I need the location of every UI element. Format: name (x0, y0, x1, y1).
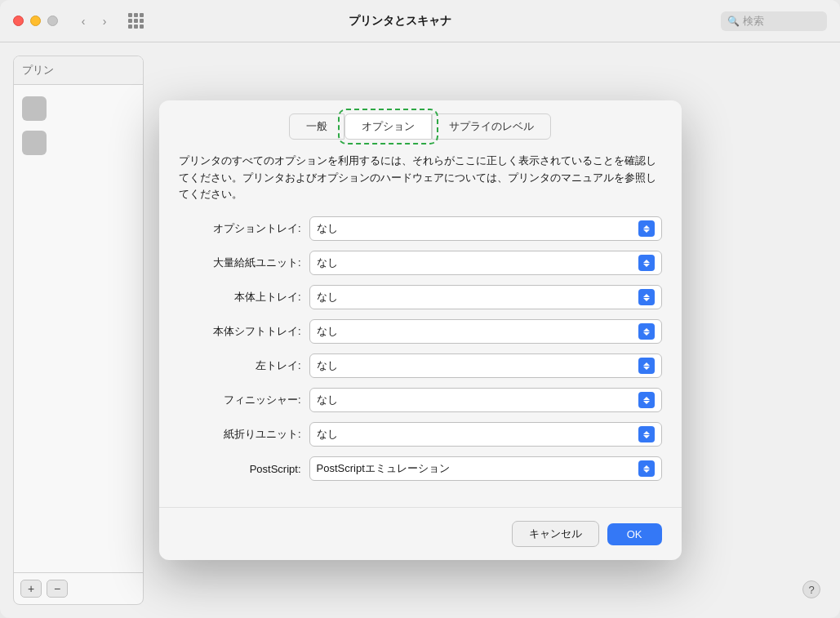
printer-options-dialog: 一般 オプション サプライのレベル プリンタのすべてのオプションを利用するには、… (159, 100, 682, 560)
stepper-shift-tray[interactable] (638, 323, 655, 340)
arrow-down-icon (643, 264, 650, 267)
arrow-down-icon (643, 332, 650, 336)
select-left-tray[interactable]: なし (309, 353, 662, 378)
stepper-option-tray[interactable] (638, 220, 655, 237)
arrow-up-icon (643, 465, 650, 469)
select-fold-unit[interactable]: なし (309, 422, 662, 447)
arrow-up-icon (643, 362, 650, 366)
select-bulk-feed[interactable]: なし (309, 251, 662, 275)
options-form: オプショントレイ: なし 大量給紙ユニット: なし (159, 216, 682, 507)
search-placeholder: 検索 (743, 14, 764, 29)
tab-options-wrapper: オプション (344, 113, 432, 140)
arrow-down-icon (643, 229, 650, 233)
select-postscript[interactable]: PostScriptエミュレーション (309, 456, 662, 481)
select-value-top-tray: なし (317, 290, 338, 305)
tab-bar: 一般 オプション サプライのレベル (159, 100, 682, 140)
arrow-down-icon (643, 435, 650, 438)
form-row-option-tray: オプショントレイ: なし (179, 216, 662, 241)
dialog-footer: キャンセル OK (159, 507, 682, 560)
label-left-tray: 左トレイ: (179, 358, 309, 373)
minimize-button[interactable] (30, 16, 41, 26)
arrow-down-icon (643, 367, 650, 370)
window-title: プリンタとスキャナ (89, 14, 711, 29)
label-shift-tray: 本体シフトトレイ: (179, 324, 309, 339)
arrow-down-icon (643, 298, 650, 301)
select-finisher[interactable]: なし (309, 388, 662, 412)
ok-button[interactable]: OK (607, 523, 662, 545)
stepper-left-tray[interactable] (638, 358, 655, 374)
stepper-finisher[interactable] (638, 392, 655, 408)
tab-supply[interactable]: サプライのレベル (432, 113, 551, 140)
traffic-lights (13, 16, 58, 26)
dialog-description: プリンタのすべてのオプションを利用するには、それらがここに正しく表示されているこ… (159, 146, 682, 216)
stepper-postscript[interactable] (638, 460, 655, 477)
select-shift-tray[interactable]: なし (309, 319, 662, 344)
form-row-bulk-feed: 大量給紙ユニット: なし (179, 251, 662, 275)
maximize-button[interactable] (47, 16, 58, 26)
stepper-fold-unit[interactable] (638, 426, 655, 442)
label-option-tray: オプショントレイ: (179, 221, 309, 236)
form-row-shift-tray: 本体シフトトレイ: なし (179, 319, 662, 344)
select-value-finisher: なし (317, 393, 338, 407)
select-value-postscript: PostScriptエミュレーション (317, 461, 450, 476)
window: ‹ › プリンタとスキャナ 🔍 検索 プリン (0, 0, 840, 618)
search-box[interactable]: 🔍 検索 (721, 11, 827, 31)
arrow-up-icon (643, 225, 650, 229)
arrow-up-icon (643, 431, 650, 434)
search-icon: 🔍 (727, 16, 740, 27)
tab-options[interactable]: オプション (344, 113, 432, 140)
stepper-bulk-feed[interactable] (638, 255, 655, 271)
select-option-tray[interactable]: なし (309, 216, 662, 241)
stepper-top-tray[interactable] (638, 289, 655, 305)
select-value-left-tray: なし (317, 358, 338, 373)
arrow-up-icon (643, 328, 650, 331)
select-value-option-tray: なし (317, 221, 338, 236)
form-row-top-tray: 本体上トレイ: なし (179, 285, 662, 309)
arrow-up-icon (643, 397, 650, 400)
label-postscript: PostScript: (179, 463, 309, 475)
select-value-fold-unit: なし (317, 427, 338, 442)
label-top-tray: 本体上トレイ: (179, 290, 309, 305)
main-content: プリン + − ? 一般 (0, 42, 840, 618)
form-row-postscript: PostScript: PostScriptエミュレーション (179, 456, 662, 481)
arrow-down-icon (643, 469, 650, 473)
arrow-down-icon (643, 401, 650, 404)
cancel-button[interactable]: キャンセル (512, 521, 599, 547)
form-row-finisher: フィニッシャー: なし (179, 388, 662, 412)
dialog-overlay: 一般 オプション サプライのレベル プリンタのすべてのオプションを利用するには、… (0, 42, 840, 618)
select-value-bulk-feed: なし (317, 256, 338, 270)
label-fold-unit: 紙折りユニット: (179, 427, 309, 442)
select-value-shift-tray: なし (317, 324, 338, 339)
form-row-left-tray: 左トレイ: なし (179, 353, 662, 378)
arrow-up-icon (643, 260, 650, 263)
label-bulk-feed: 大量給紙ユニット: (179, 256, 309, 270)
titlebar: ‹ › プリンタとスキャナ 🔍 検索 (0, 0, 840, 42)
arrow-up-icon (643, 294, 650, 297)
form-row-fold-unit: 紙折りユニット: なし (179, 422, 662, 447)
tab-general[interactable]: 一般 (289, 113, 344, 140)
select-top-tray[interactable]: なし (309, 285, 662, 309)
label-finisher: フィニッシャー: (179, 393, 309, 407)
close-button[interactable] (13, 16, 24, 26)
